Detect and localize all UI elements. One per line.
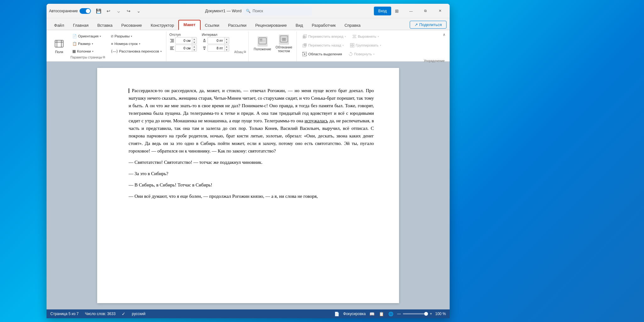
line-numbers-button[interactable]: ≡ Номера строк ▾	[109, 40, 164, 47]
focus-label[interactable]: Фокусировка	[343, 312, 366, 316]
tab-mailings[interactable]: Рассылки	[224, 21, 251, 30]
language-label[interactable]: русский	[132, 312, 145, 316]
save-icon[interactable]: 💾	[94, 7, 103, 15]
select-pane-button[interactable]: Область выделения	[300, 50, 345, 58]
maximize-button[interactable]: ⧉	[418, 6, 433, 16]
svg-rect-5	[171, 40, 174, 41]
columns-button[interactable]: ▦ Колонки ▾	[70, 48, 103, 55]
indent-section: Отступ ▲ ▼	[169, 33, 197, 52]
share-button[interactable]: ↗ Поделиться	[410, 21, 447, 29]
indent-left-down[interactable]: ▼	[192, 41, 197, 44]
indent-right-value[interactable]	[175, 45, 192, 51]
tab-help[interactable]: Справка	[340, 21, 365, 30]
svg-rect-12	[203, 41, 206, 41]
move-backward-label: Переместить назад	[308, 43, 341, 47]
interval-after-up[interactable]: ▲	[225, 45, 229, 48]
breaks-label: Разрывы	[114, 34, 130, 38]
interval-after-input[interactable]: ▲ ▼	[208, 45, 229, 52]
page-info[interactable]: Страница 5 из 7	[50, 312, 79, 316]
interval-before-value[interactable]	[208, 37, 224, 44]
app-window: Автосохранение 💾 ↩ ⌵ ↪ ⌄ Документ1 — Wor…	[47, 4, 450, 318]
size-label: Размер	[78, 42, 91, 46]
document-area: Рассердился-то он рассердился, да, может…	[47, 62, 450, 309]
status-proofing-icon[interactable]: ✓	[122, 311, 125, 316]
undo-arrow-icon[interactable]: ⌵	[114, 7, 123, 15]
svg-rect-27	[286, 39, 288, 40]
align-button: Выровнять ▾	[350, 33, 381, 40]
customize-icon[interactable]: ⌄	[134, 7, 143, 15]
indent-right-input[interactable]: ▲ ▼	[175, 45, 197, 52]
arrange-row2: Переместить назад ▾ Группировать ▾	[300, 42, 445, 49]
indent-left-icon	[169, 38, 175, 43]
status-web-icon[interactable]: 🌐	[388, 311, 394, 317]
status-doc-icon[interactable]: 📄	[334, 311, 340, 317]
tab-file[interactable]: Файл	[50, 21, 69, 30]
size-arrow: ▾	[92, 42, 93, 45]
status-right: 📄 Фокусировка 📖 📋 🌐 — + 100 %	[334, 311, 446, 317]
svg-rect-6	[171, 41, 174, 42]
wrapping-label: Обтекание текстом	[275, 45, 292, 53]
svg-rect-11	[170, 49, 174, 50]
orientation-button[interactable]: 📄 Ориентация ▾	[70, 33, 103, 40]
svg-rect-4	[170, 39, 174, 40]
fields-button[interactable]: Поля	[52, 36, 67, 58]
search-box[interactable]: 🔍 Поиск	[243, 7, 312, 15]
svg-rect-25	[286, 37, 288, 37]
indent-left-input[interactable]: ▲ ▼	[175, 37, 197, 44]
hyphenation-icon: ⟨—⟩	[111, 49, 118, 53]
zoom-level[interactable]: 100 %	[435, 312, 446, 316]
breaks-button[interactable]: ⎚ Разрывы ▾	[109, 33, 164, 40]
indent-right-up[interactable]: ▲	[192, 45, 197, 48]
paragraph-label-area: Абзац ⧉	[234, 49, 246, 60]
indent-right-down[interactable]: ▼	[192, 48, 197, 51]
tab-developer[interactable]: Разработчик	[308, 21, 340, 30]
interval-before-input[interactable]: ▲ ▼	[208, 37, 229, 44]
tab-review[interactable]: Рецензирование	[251, 21, 291, 30]
paragraph-expand-icon[interactable]: ⧉	[244, 50, 246, 54]
svg-rect-38	[353, 46, 354, 47]
columns-arrow: ▾	[92, 50, 93, 53]
autosave-toggle[interactable]	[80, 8, 91, 14]
sign-in-button[interactable]: Вход	[374, 7, 391, 15]
words-info[interactable]: Число слов: 3633	[85, 312, 115, 316]
align-label: Выровнять	[358, 35, 376, 38]
indent-left-value[interactable]	[175, 37, 192, 44]
status-read-icon[interactable]: 📖	[369, 311, 375, 317]
tab-view[interactable]: Вид	[291, 21, 308, 30]
tab-layout[interactable]: Макет	[178, 20, 200, 30]
ribbon-group-fields: Поля	[49, 31, 67, 61]
line-numbers-label: Номера строк	[114, 42, 138, 46]
zoom-plus-icon[interactable]: +	[430, 312, 432, 316]
page-params-expand-icon[interactable]: ⧉	[103, 55, 105, 59]
interval-section: Интервал ▲ ▼	[202, 33, 229, 52]
hyphenation-button[interactable]: ⟨—⟩ Расстановка переносов ▾	[109, 48, 164, 55]
svg-rect-0	[55, 40, 63, 47]
interval-after-value[interactable]	[208, 45, 224, 51]
interval-before-down[interactable]: ▼	[225, 41, 229, 44]
zoom-slider[interactable]: — +	[397, 312, 432, 316]
tab-insert[interactable]: Вставка	[93, 21, 117, 30]
indent-interval-section: Отступ ▲ ▼	[167, 31, 249, 61]
zoom-minus-icon[interactable]: —	[397, 312, 401, 316]
position-button[interactable]: Положение	[252, 33, 273, 55]
status-layout-icon[interactable]: 📋	[378, 311, 385, 317]
interval-before-up[interactable]: ▲	[225, 37, 229, 41]
redo-icon[interactable]: ↪	[124, 7, 133, 15]
close-button[interactable]: ✕	[433, 6, 447, 16]
move-forward-arrow: ▾	[345, 35, 346, 38]
tab-design[interactable]: Конструктор	[146, 21, 178, 30]
interval-after-down[interactable]: ▼	[225, 48, 229, 51]
slider-thumb[interactable]	[424, 312, 428, 316]
ribbon-collapse-button[interactable]: ∧	[441, 31, 447, 38]
tab-home[interactable]: Главная	[69, 21, 93, 30]
undo-icon[interactable]: ↩	[104, 7, 113, 15]
doc-paragraph-2: — Святотатство! Святотатство! — тотчас ж…	[129, 158, 374, 166]
size-button[interactable]: 📋 Размер ▾	[70, 40, 103, 47]
layout-icon[interactable]: ⊞	[392, 7, 401, 15]
indent-left-up[interactable]: ▲	[192, 37, 197, 41]
wrapping-button[interactable]: Обтекание текстом	[274, 33, 294, 55]
minimize-button[interactable]: —	[404, 6, 418, 16]
tab-references[interactable]: Ссылки	[201, 21, 224, 30]
slider-track[interactable]	[403, 313, 428, 314]
tab-draw[interactable]: Рисование	[117, 21, 146, 30]
